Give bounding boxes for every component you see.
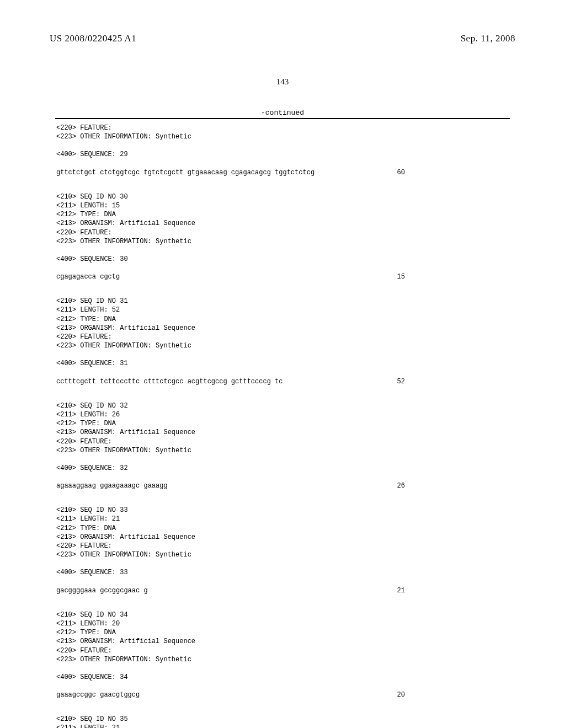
seq31-org: <213> ORGANISM: Artificial Sequence [56, 324, 515, 333]
seq32-label: <400> SEQUENCE: 32 [56, 464, 515, 473]
seq31-sequence-line: cctttcgctt tcttcccttc ctttctcgcc acgttcg… [56, 377, 405, 386]
seq31-label: <400> SEQUENCE: 31 [56, 359, 515, 368]
seq29-length: 60 [397, 168, 405, 177]
seq35-len: <211> LENGTH: 21 [56, 724, 515, 728]
seq33-id: <210> SEQ ID NO 33 [56, 506, 515, 515]
seq30-type: <212> TYPE: DNA [56, 210, 515, 219]
seq30-sequence: cgagagacca cgctg [56, 272, 120, 281]
seq34-feature: <220> FEATURE: [56, 646, 515, 655]
seq32-other: <223> OTHER INFORMATION: Synthetic [56, 446, 515, 455]
seq32-org: <213> ORGANISM: Artificial Sequence [56, 428, 515, 437]
seq32-sequence-line: agaaaggaag ggaagaaagc gaaagg 26 [56, 481, 405, 490]
publication-number: US 2008/0220425 A1 [50, 33, 136, 44]
seq32-feature: <220> FEATURE: [56, 437, 515, 446]
seq31-feature: <220> FEATURE: [56, 333, 515, 341]
seq34-sequence-line: gaaagccggc gaacgtggcg 20 [56, 690, 405, 699]
seq34-label: <400> SEQUENCE: 34 [56, 673, 515, 682]
seq29-sequence-line: gttctctgct ctctggtcgc tgtctcgctt gtgaaac… [56, 168, 405, 177]
seq34-other: <223> OTHER INFORMATION: Synthetic [56, 655, 515, 664]
seq34-org: <213> ORGANISM: Artificial Sequence [56, 637, 515, 646]
seq30-len: <211> LENGTH: 15 [56, 201, 515, 210]
seq32-length: 26 [397, 481, 405, 490]
seq29-label: <400> SEQUENCE: 29 [56, 150, 515, 159]
seq29-feature: <220> FEATURE: [56, 124, 515, 132]
seq29-other-info: <223> OTHER INFORMATION: Synthetic [56, 132, 515, 141]
seq31-length: 52 [397, 377, 405, 386]
seq33-len: <211> LENGTH: 21 [56, 515, 515, 523]
page-number: 143 [50, 77, 515, 87]
seq34-length: 20 [397, 690, 405, 699]
seq32-sequence: agaaaggaag ggaagaaagc gaaagg [56, 481, 168, 490]
seq32-id: <210> SEQ ID NO 32 [56, 402, 515, 410]
seq34-sequence: gaaagccggc gaacgtggcg [56, 690, 140, 699]
horizontal-rule [55, 118, 510, 119]
seq30-org: <213> ORGANISM: Artificial Sequence [56, 219, 515, 228]
seq30-sequence-line: cgagagacca cgctg 15 [56, 272, 405, 281]
seq31-id: <210> SEQ ID NO 31 [56, 297, 515, 306]
seq34-id: <210> SEQ ID NO 34 [56, 611, 515, 619]
seq33-length: 21 [397, 586, 405, 595]
seq33-feature: <220> FEATURE: [56, 542, 515, 550]
seq33-label: <400> SEQUENCE: 33 [56, 568, 515, 577]
seq34-len: <211> LENGTH: 20 [56, 619, 515, 628]
seq32-type: <212> TYPE: DNA [56, 419, 515, 428]
seq29-sequence: gttctctgct ctctggtcgc tgtctcgctt gtgaaac… [56, 168, 315, 177]
seq30-other: <223> OTHER INFORMATION: Synthetic [56, 237, 515, 246]
seq31-sequence: cctttcgctt tcttcccttc ctttctcgcc acgttcg… [56, 377, 282, 386]
seq35-id: <210> SEQ ID NO 35 [56, 715, 515, 724]
seq31-other: <223> OTHER INFORMATION: Synthetic [56, 341, 515, 350]
patent-page: US 2008/0220425 A1 Sep. 11, 2008 143 -co… [0, 0, 565, 728]
seq30-feature: <220> FEATURE: [56, 228, 515, 237]
seq33-org: <213> ORGANISM: Artificial Sequence [56, 533, 515, 542]
seq31-type: <212> TYPE: DNA [56, 315, 515, 324]
seq33-sequence: gacggggaaa gccggcgaac g [56, 586, 148, 595]
continued-label: -continued [50, 109, 515, 117]
seq34-type: <212> TYPE: DNA [56, 628, 515, 637]
page-header: US 2008/0220425 A1 Sep. 11, 2008 [50, 33, 515, 44]
seq33-type: <212> TYPE: DNA [56, 524, 515, 533]
publication-date: Sep. 11, 2008 [461, 33, 515, 44]
seq33-other: <223> OTHER INFORMATION: Synthetic [56, 550, 515, 559]
seq32-len: <211> LENGTH: 26 [56, 410, 515, 419]
seq33-sequence-line: gacggggaaa gccggcgaac g 21 [56, 586, 405, 595]
seq30-length: 15 [397, 272, 405, 281]
seq30-id: <210> SEQ ID NO 30 [56, 192, 515, 201]
seq30-label: <400> SEQUENCE: 30 [56, 255, 515, 264]
seq31-len: <211> LENGTH: 52 [56, 306, 515, 314]
